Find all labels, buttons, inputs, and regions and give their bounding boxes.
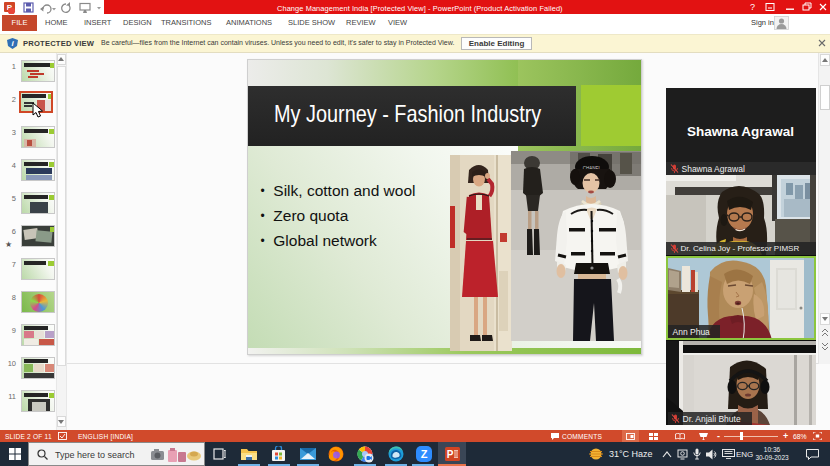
svg-text:Z: Z <box>421 448 428 460</box>
svg-text:P: P <box>447 449 454 460</box>
svg-text:?: ? <box>750 2 755 12</box>
